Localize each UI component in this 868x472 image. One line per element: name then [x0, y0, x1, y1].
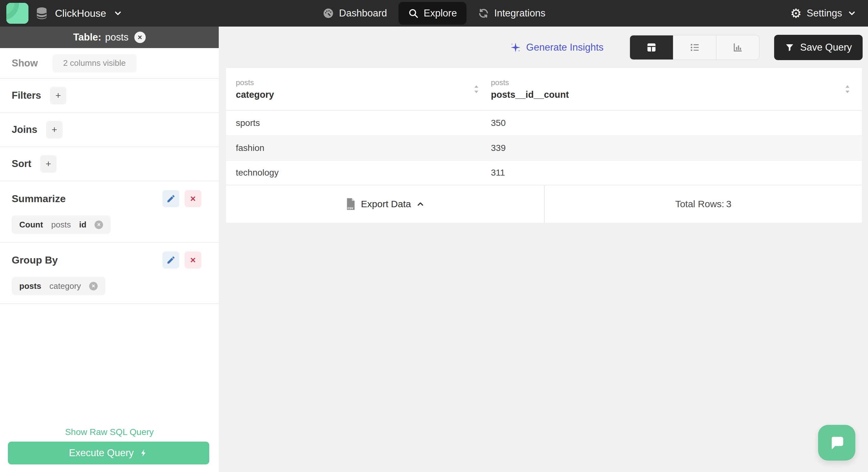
x-icon: × [190, 255, 196, 265]
database-icon [35, 7, 48, 20]
sync-icon [477, 8, 489, 19]
table-view-button[interactable] [630, 35, 673, 59]
brand[interactable]: ClickHouse [6, 3, 123, 24]
funnel-icon [785, 43, 794, 52]
chip-column: id [79, 220, 86, 230]
cell-category: technology [226, 168, 491, 178]
group-by-title: Group By [12, 254, 58, 266]
column-group: posts [236, 78, 274, 87]
remove-group-by-button[interactable]: × [185, 252, 202, 269]
bar-chart-icon [732, 41, 744, 54]
table-name: posts [105, 32, 128, 43]
nav-label: Dashboard [339, 8, 387, 19]
export-data-button[interactable]: csv Export Data [226, 185, 544, 223]
pencil-icon [166, 194, 176, 203]
group-by-section: Group By × posts category × [0, 243, 219, 304]
close-icon: × [138, 33, 142, 42]
show-section: Show 2 columns visible [0, 48, 219, 79]
pencil-icon [166, 255, 176, 265]
nav-menu: Dashboard Explore Integrations [323, 0, 546, 27]
nav-label: Explore [424, 8, 457, 19]
filters-section: Filters + [0, 79, 219, 113]
table-view-icon [646, 41, 657, 54]
total-rows-label: Total Rows: [675, 199, 724, 209]
chat-widget-button[interactable] [818, 425, 855, 461]
clickhouse-logo-icon [6, 3, 28, 24]
settings-label: Settings [807, 8, 842, 19]
chart-view-button[interactable] [716, 35, 759, 59]
close-icon: × [97, 222, 101, 228]
caret-up-icon [416, 200, 425, 208]
save-query-button[interactable]: Save Query [774, 35, 863, 60]
close-icon: × [92, 283, 95, 290]
sort-section: Sort + [0, 147, 219, 181]
filters-label: Filters [12, 90, 41, 101]
generate-insights-label: Generate Insights [526, 42, 604, 53]
edit-group-by-button[interactable] [162, 252, 179, 269]
column-name: posts__id__count [491, 90, 569, 100]
remove-chip-button[interactable]: × [89, 282, 98, 290]
column-name: category [236, 90, 274, 100]
sort-label: Sort [12, 158, 31, 170]
add-join-button[interactable]: + [46, 121, 63, 139]
lightning-bolt-icon [140, 449, 148, 458]
export-data-label: Export Data [361, 199, 411, 209]
cell-count: 350 [491, 118, 862, 128]
results-area: Generate Insights [219, 27, 868, 472]
joins-label: Joins [12, 124, 37, 136]
column-header-category[interactable]: posts category [226, 68, 491, 110]
table-row[interactable]: sports 350 [226, 111, 862, 136]
total-rows-value: 3 [726, 199, 732, 209]
nav-item-dashboard[interactable]: Dashboard [323, 8, 387, 19]
chevron-down-icon [847, 8, 857, 18]
table-footer: csv Export Data Total Rows:3 [226, 185, 862, 223]
summarize-section: Summarize × Count posts id × [0, 181, 219, 243]
cell-category: sports [226, 118, 491, 128]
plus-icon: + [45, 158, 51, 169]
svg-text:csv: csv [347, 206, 353, 210]
sparkle-icon [510, 42, 521, 53]
settings-menu[interactable]: ⚙ Settings [790, 7, 857, 20]
table-row[interactable]: technology 311 [226, 160, 862, 185]
columns-visible-chip[interactable]: 2 columns visible [53, 54, 136, 72]
column-header-count[interactable]: posts posts__id__count [491, 68, 862, 110]
top-nav: ClickHouse Dashboard [0, 0, 868, 27]
execute-query-label: Execute Query [69, 447, 134, 459]
table-row[interactable]: fashion 339 [226, 136, 862, 160]
view-toggle-group [629, 35, 760, 60]
brand-name: ClickHouse [55, 8, 106, 19]
add-filter-button[interactable]: + [50, 87, 66, 105]
csv-file-icon: csv [345, 198, 356, 210]
x-icon: × [190, 193, 196, 204]
summarize-title: Summarize [12, 193, 66, 205]
chip-table: posts [51, 220, 71, 230]
sort-toggle-icon[interactable] [843, 84, 852, 95]
edit-summarize-button[interactable] [162, 190, 179, 207]
remove-chip-button[interactable]: × [94, 220, 103, 229]
gear-icon: ⚙ [790, 7, 802, 20]
sort-toggle-icon[interactable] [472, 84, 481, 95]
nav-label: Integrations [494, 8, 545, 19]
plus-icon: + [55, 90, 61, 101]
table-header-bar: Table: posts × [0, 27, 219, 48]
remove-table-button[interactable]: × [134, 32, 146, 43]
list-view-icon [689, 41, 701, 54]
summarize-chip: Count posts id × [12, 215, 111, 234]
list-view-button[interactable] [673, 35, 716, 59]
results-toolbar: Generate Insights [219, 27, 868, 68]
add-sort-button[interactable]: + [40, 155, 57, 173]
search-icon [408, 8, 418, 19]
chip-table: posts [19, 281, 41, 291]
execute-query-button[interactable]: Execute Query [8, 442, 209, 464]
show-label: Show [12, 58, 38, 69]
show-raw-sql-link[interactable]: Show Raw SQL Query [0, 427, 219, 437]
chip-aggregate: Count [19, 220, 43, 230]
sidebar-footer: Show Raw SQL Query Execute Query [0, 415, 219, 472]
generate-insights-link[interactable]: Generate Insights [510, 42, 604, 53]
nav-item-explore[interactable]: Explore [398, 2, 466, 25]
gauge-icon [323, 8, 334, 19]
remove-summarize-button[interactable]: × [185, 190, 202, 207]
chip-column: category [49, 281, 81, 291]
plus-icon: + [52, 124, 57, 135]
nav-item-integrations[interactable]: Integrations [477, 8, 545, 19]
